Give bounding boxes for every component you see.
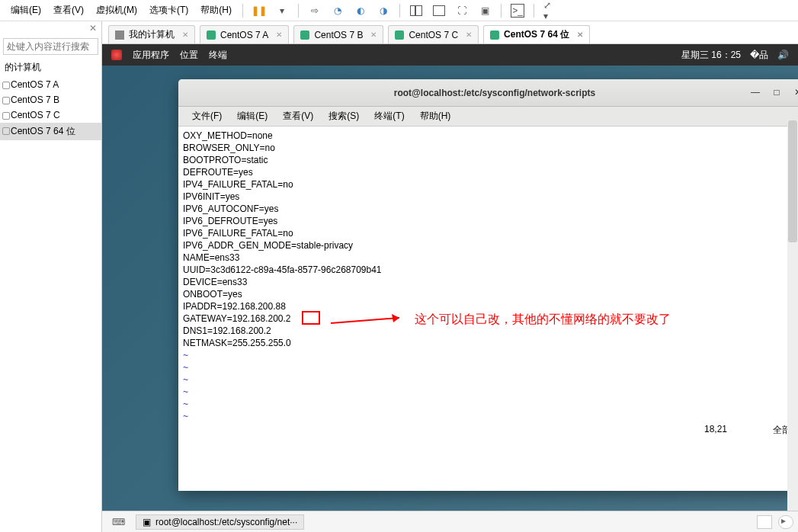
terminal-window: root@localhost:/etc/sysconfig/network-sc…: [178, 79, 798, 491]
view-thumb-icon[interactable]: ▣: [478, 4, 492, 18]
vm-icon: [207, 30, 216, 40]
pause-icon[interactable]: ❚❚: [252, 4, 266, 18]
tab-label: 我的计算机: [129, 28, 175, 41]
view-console-icon[interactable]: ⛶: [455, 4, 469, 18]
tab-centos7b[interactable]: CentOS 7 B ✕: [293, 25, 383, 43]
network-icon[interactable]: �品: [750, 49, 768, 62]
annotation-arrow-icon: [331, 312, 407, 327]
view-single-icon[interactable]: [409, 4, 423, 18]
tab-centos7c[interactable]: CentOS 7 C ✕: [388, 25, 479, 43]
menu-view[interactable]: 查看(V): [47, 1, 90, 20]
vm-icon: [395, 30, 404, 40]
gnome-clock: 星期三 16：25: [681, 49, 741, 62]
tab-label: CentOS 7 A: [220, 30, 268, 40]
minimize-button[interactable]: —: [748, 85, 762, 99]
separator: [501, 4, 502, 18]
term-menu-terminal[interactable]: 终端(T): [368, 108, 410, 124]
tab-label: CentOS 7 B: [314, 30, 363, 40]
sidebar-item-centos7-64[interactable]: CentOS 7 64 位: [0, 123, 101, 140]
tab-label: CentOS 7 64 位: [504, 28, 569, 41]
vim-status-line: 18,21全部: [183, 422, 798, 438]
tab-centos7-64[interactable]: CentOS 7 64 位 ✕: [483, 25, 590, 43]
terminal-menubar: 文件(F) 编辑(E) 查看(V) 搜索(S) 终端(T) 帮助(H): [178, 107, 798, 127]
snapshot-icon[interactable]: ◐: [354, 4, 367, 18]
close-button[interactable]: ✕: [791, 85, 798, 99]
tabbar: 我的计算机 ✕ CentOS 7 A ✕ CentOS 7 B ✕ CentOS…: [102, 21, 798, 44]
tab-home[interactable]: 我的计算机 ✕: [108, 25, 195, 43]
annotation-highlight-box: [302, 311, 320, 325]
revert-icon[interactable]: ◑: [377, 4, 390, 18]
term-menu-view[interactable]: 查看(V): [277, 108, 319, 124]
close-icon[interactable]: ✕: [182, 30, 188, 39]
svg-marker-1: [392, 314, 399, 322]
gnome-applications[interactable]: 应用程序: [133, 49, 169, 62]
taskbar-widget-a[interactable]: [757, 515, 772, 529]
view-unity-icon[interactable]: [432, 4, 446, 18]
send-icon[interactable]: ⇨: [308, 4, 322, 18]
expand-icon[interactable]: ⤢ ▾: [543, 4, 557, 18]
term-menu-file[interactable]: 文件(F): [186, 108, 228, 124]
terminal-titlebar[interactable]: root@localhost:/etc/sysconfig/network-sc…: [178, 79, 798, 107]
separator: [298, 4, 299, 18]
cursor-position: 18,21: [704, 424, 727, 437]
maximize-button[interactable]: □: [770, 85, 784, 99]
keyboard-icon[interactable]: ⌨: [111, 515, 125, 529]
tab-centos7a[interactable]: CentOS 7 A ✕: [200, 25, 289, 43]
library-sidebar: ✕ 的计算机 CentOS 7 A CentOS 7 B CentOS 7 C …: [0, 21, 102, 532]
sidebar-item-centos7c[interactable]: CentOS 7 C: [0, 107, 101, 123]
vm-icon: [490, 30, 499, 40]
close-icon[interactable]: ✕: [276, 30, 282, 39]
vertical-scrollbar[interactable]: [787, 120, 798, 511]
host-menubar: 编辑(E) 查看(V) 虚拟机(M) 选项卡(T) 帮助(H) ❚❚ ▾ ⇨ ◔…: [0, 0, 798, 21]
home-icon: [115, 30, 124, 40]
vm-desktop: 应用程序 位置 终端 星期三 16：25 �品 🔊 root@localhost…: [102, 44, 798, 532]
taskbar-terminal-button[interactable]: ▣ root@localhost:/etc/sysconfig/net···: [136, 514, 304, 530]
activities-icon[interactable]: [111, 50, 122, 60]
sidebar-title: 的计算机: [0, 58, 101, 77]
menu-help[interactable]: 帮助(H): [194, 1, 238, 20]
menu-edit[interactable]: 编辑(E): [5, 1, 47, 20]
term-menu-search[interactable]: 搜索(S): [322, 108, 365, 124]
terminal-title-text: root@localhost:/etc/sysconfig/network-sc…: [394, 88, 595, 98]
terminal-content[interactable]: OXY_METHOD=none BROWSER_ONLY=no BOOTPROT…: [178, 127, 798, 491]
close-icon[interactable]: ✕: [466, 30, 472, 39]
terminal-icon: ▣: [143, 517, 151, 527]
sidebar-close-icon[interactable]: ✕: [0, 21, 101, 35]
clock-icon[interactable]: ◔: [331, 4, 345, 18]
menu-tabs[interactable]: 选项卡(T): [143, 1, 194, 20]
close-icon[interactable]: ✕: [577, 30, 583, 39]
separator: [242, 4, 243, 18]
vm-taskbar: ⌨ ▣ root@localhost:/etc/sysconfig/net···: [102, 511, 798, 532]
separator: [399, 4, 400, 18]
vm-icon: [300, 30, 309, 40]
sidebar-item-centos7b[interactable]: CentOS 7 B: [0, 92, 101, 107]
gnome-terminal-label[interactable]: 终端: [209, 49, 227, 62]
svg-line-0: [331, 318, 399, 323]
term-menu-edit[interactable]: 编辑(E): [231, 108, 274, 124]
close-icon[interactable]: ✕: [370, 30, 377, 39]
scrollbar-thumb[interactable]: [788, 120, 797, 242]
sound-icon[interactable]: 🔊: [777, 50, 789, 60]
sidebar-item-centos7a[interactable]: CentOS 7 A: [0, 77, 101, 92]
separator: [534, 4, 534, 18]
search-input[interactable]: [3, 38, 98, 55]
tab-label: CentOS 7 C: [409, 30, 458, 40]
fullscreen-icon[interactable]: >_: [511, 4, 524, 18]
annotation-text: 这个可以自己改，其他的不懂网络的就不要改了: [415, 312, 727, 328]
taskbar-label: root@localhost:/etc/sysconfig/net···: [155, 517, 297, 527]
term-menu-help[interactable]: 帮助(H): [414, 108, 457, 124]
gnome-top-bar: 应用程序 位置 终端 星期三 16：25 �品 🔊: [102, 44, 798, 66]
menu-vm[interactable]: 虚拟机(M): [90, 1, 143, 20]
taskbar-widget-b[interactable]: [778, 515, 793, 529]
dropdown-icon[interactable]: ▾: [275, 4, 289, 18]
gnome-places[interactable]: 位置: [180, 49, 198, 62]
